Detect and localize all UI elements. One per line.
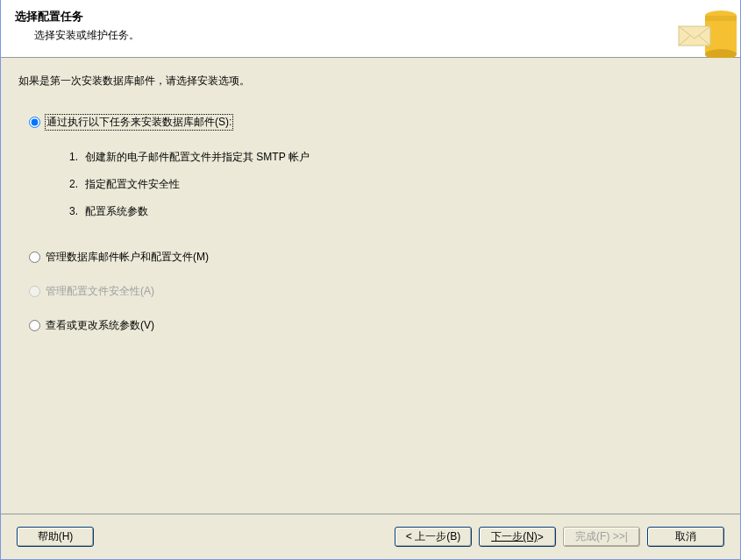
option-params-radio[interactable] [29, 320, 40, 331]
database-mail-icon [677, 0, 740, 58]
install-sublist: 1.创建新的电子邮件配置文件并指定其 SMTP 帐户 2.指定配置文件安全性 3… [29, 140, 723, 239]
option-install-label: 通过执行以下任务来安装数据库邮件(S): [46, 115, 232, 130]
header-text: 选择配置任务 选择安装或维护任务。 [1, 0, 677, 57]
wizard-window: 选择配置任务 选择安装或维护任务。 如果是第一次安装数据库邮件，请选择安装选项。… [0, 0, 741, 560]
option-manage[interactable]: 管理数据库邮件帐户和配置文件(M) [29, 250, 723, 265]
option-params-label: 查看或更改系统参数(V) [46, 318, 154, 333]
install-step-2: 2.指定配置文件安全性 [69, 171, 723, 198]
intro-text: 如果是第一次安装数据库邮件，请选择安装选项。 [18, 74, 723, 89]
install-step-3: 3.配置系统参数 [69, 198, 723, 225]
option-security-label: 管理配置文件安全性(A) [46, 284, 154, 299]
page-subtitle: 选择安装或维护任务。 [15, 28, 677, 43]
page-title: 选择配置任务 [15, 9, 677, 25]
option-install-radio[interactable] [29, 117, 40, 128]
option-security-radio [29, 286, 40, 297]
content-area: 如果是第一次安装数据库邮件，请选择安装选项。 通过执行以下任务来安装数据库邮件(… [1, 58, 740, 514]
cancel-button[interactable]: 取消 [647, 527, 724, 547]
footer: 帮助(H) < 上一步(B) 下一步(N) > 完成(F) >>| 取消 [1, 514, 740, 559]
option-manage-label: 管理数据库邮件帐户和配置文件(M) [46, 250, 209, 265]
finish-button: 完成(F) >>| [563, 527, 640, 547]
next-button[interactable]: 下一步(N) > [479, 527, 556, 547]
back-button[interactable]: < 上一步(B) [395, 527, 472, 547]
option-install[interactable]: 通过执行以下任务来安装数据库邮件(S): [29, 115, 723, 130]
install-step-1: 1.创建新的电子邮件配置文件并指定其 SMTP 帐户 [69, 144, 723, 171]
help-button[interactable]: 帮助(H) [17, 527, 94, 547]
option-manage-radio[interactable] [29, 252, 40, 263]
header: 选择配置任务 选择安装或维护任务。 [1, 0, 740, 58]
option-security: 管理配置文件安全性(A) [29, 284, 723, 299]
svg-rect-3 [705, 16, 737, 21]
option-params[interactable]: 查看或更改系统参数(V) [29, 318, 723, 333]
options-group: 通过执行以下任务来安装数据库邮件(S): 1.创建新的电子邮件配置文件并指定其 … [18, 115, 723, 333]
svg-rect-4 [679, 26, 710, 46]
